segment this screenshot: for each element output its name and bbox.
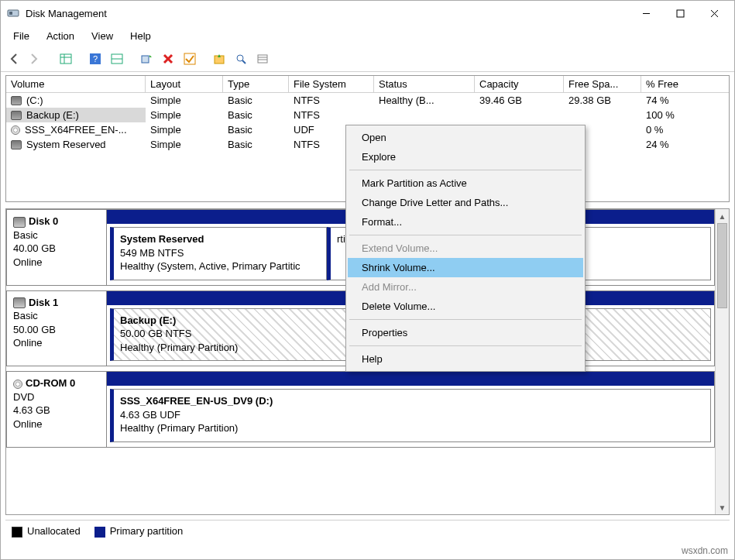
scroll-up-icon[interactable]: ▲	[716, 209, 729, 223]
disk-info-pane[interactable]: CD-ROM 0DVD4.63 GBOnline	[6, 371, 107, 448]
legend-primary: Primary partition	[94, 525, 184, 538]
volume-name: SSS_X64FREE_EN-...	[25, 124, 127, 136]
menu-file[interactable]: File	[5, 27, 37, 45]
minimize-button[interactable]	[629, 2, 663, 25]
refresh-icon[interactable]	[137, 50, 156, 68]
context-menu-item[interactable]: Open	[348, 128, 583, 147]
app-icon	[7, 7, 19, 19]
volume-name: Backup (E:)	[26, 109, 79, 121]
context-menu-separator	[349, 345, 582, 346]
svg-rect-6	[60, 54, 71, 64]
context-menu-item[interactable]: Delete Volume...	[348, 297, 583, 316]
title-bar: Disk Management	[1, 1, 734, 26]
col-layout[interactable]: Layout	[146, 76, 223, 92]
context-menu-item[interactable]: Help	[348, 349, 583, 369]
context-menu-item[interactable]: Format...	[348, 212, 583, 232]
context-menu-separator	[349, 235, 582, 235]
list-icon[interactable]	[253, 50, 272, 68]
menu-help[interactable]: Help	[122, 27, 159, 45]
partition-group: SSS_X64FREE_EN-US_DV9 (D:)4.63 GB UDFHea…	[107, 371, 715, 448]
menu-view[interactable]: View	[84, 27, 121, 45]
check-icon[interactable]	[180, 50, 199, 68]
svg-rect-3	[677, 10, 684, 17]
context-menu-item[interactable]: Explore	[348, 147, 583, 167]
context-menu-item[interactable]: Change Drive Letter and Paths...	[348, 193, 583, 212]
disk-row: CD-ROM 0DVD4.63 GBOnlineSSS_X64FREE_EN-U…	[6, 371, 715, 452]
disk-info-pane[interactable]: Disk 0Basic40.00 GBOnline	[6, 209, 107, 286]
maximize-button[interactable]	[663, 2, 697, 25]
context-menu-item: Add Mirror...	[348, 277, 583, 297]
col-capacity[interactable]: Capacity	[475, 76, 564, 92]
cd-icon	[11, 125, 20, 135]
col-pct-free[interactable]: % Free	[641, 76, 729, 92]
volume-name: (C:)	[26, 94, 43, 106]
scroll-down-icon[interactable]: ▼	[716, 500, 729, 514]
volume-row[interactable]: Backup (E:)SimpleBasicNTFS100 %	[6, 108, 729, 122]
delete-icon[interactable]	[159, 50, 177, 68]
hdd-icon	[11, 96, 22, 105]
context-menu-separator	[349, 170, 582, 170]
hdd-icon	[11, 140, 22, 149]
context-menu-item: Extend Volume...	[348, 239, 583, 258]
volume-name: System Reserved	[26, 139, 106, 150]
disk-map-scrollbar[interactable]: ▲ ▼	[715, 209, 729, 514]
svg-rect-20	[258, 55, 267, 63]
menu-bar: File Action View Help	[1, 26, 734, 48]
legend-unallocated: Unallocated	[12, 525, 81, 538]
partition-bar	[107, 372, 714, 386]
cd-icon	[13, 380, 22, 389]
table-view-icon[interactable]	[57, 50, 75, 68]
detail-view-icon[interactable]	[108, 50, 126, 68]
svg-rect-13	[142, 56, 149, 63]
col-status[interactable]: Status	[374, 76, 475, 92]
menu-action[interactable]: Action	[39, 27, 82, 45]
toolbar: ?	[1, 48, 734, 72]
context-menu-item[interactable]: Properties	[348, 323, 583, 342]
close-button[interactable]	[697, 2, 731, 25]
context-menu: OpenExploreMark Partition as ActiveChang…	[345, 125, 586, 372]
svg-line-19	[242, 60, 246, 64]
window-title: Disk Management	[26, 8, 629, 19]
scroll-track[interactable]	[716, 223, 729, 500]
legend: Unallocated Primary partition	[5, 520, 730, 542]
svg-point-18	[237, 55, 243, 61]
hdd-icon	[13, 297, 26, 308]
volume-row[interactable]: (C:)SimpleBasicNTFSHealthy (B...39.46 GB…	[6, 93, 729, 108]
hdd-icon	[13, 217, 26, 228]
partition[interactable]: System Reserved549 MB NTFSHealthy (Syste…	[110, 227, 327, 280]
col-volume[interactable]: Volume	[6, 76, 146, 92]
partition[interactable]: SSS_X64FREE_EN-US_DV9 (D:)4.63 GB UDFHea…	[110, 389, 711, 442]
disk-info-pane[interactable]: Disk 1Basic50.00 GBOnline	[6, 290, 107, 367]
svg-text:?: ?	[93, 54, 98, 64]
context-menu-item[interactable]: Shrink Volume...	[348, 258, 583, 277]
scroll-thumb[interactable]	[717, 223, 727, 308]
forward-button[interactable]	[24, 50, 43, 68]
col-filesystem[interactable]: File System	[289, 76, 374, 92]
new-volume-icon[interactable]	[210, 50, 228, 68]
help-icon[interactable]: ?	[86, 50, 105, 68]
hdd-icon	[11, 111, 22, 120]
svg-rect-1	[9, 12, 12, 15]
context-menu-separator	[349, 319, 582, 320]
back-button[interactable]	[5, 50, 24, 68]
watermark: wsxdn.com	[1, 542, 734, 559]
zoom-icon[interactable]	[232, 50, 250, 68]
context-menu-item[interactable]: Mark Partition as Active	[348, 173, 583, 193]
col-type[interactable]: Type	[223, 76, 289, 92]
volume-list-header: Volume Layout Type File System Status Ca…	[6, 76, 729, 93]
col-free[interactable]: Free Spa...	[564, 76, 641, 92]
